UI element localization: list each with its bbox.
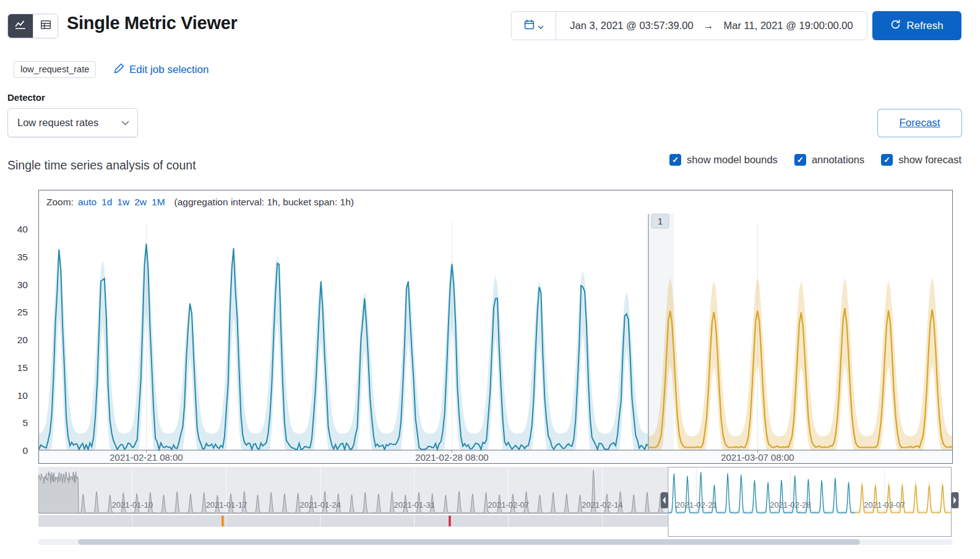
annotation-badge[interactable]: 1 [651, 214, 669, 228]
zoom-option-auto[interactable]: auto [78, 197, 97, 208]
annotations-checkbox[interactable]: ✓ [794, 154, 806, 166]
forecast-checkbox[interactable]: ✓ [881, 154, 893, 166]
context-x-axis-label: 2021-03-07 [864, 500, 905, 510]
checkbox-label: annotations [812, 154, 864, 166]
swimlane-anomaly-mark[interactable] [221, 516, 224, 526]
context-x-axis-label: 2021-02-14 [582, 500, 623, 510]
scrollbar-thumb[interactable] [78, 539, 860, 545]
calendar-icon [524, 19, 535, 32]
date-range-picker: Jan 3, 2021 @ 03:57:39.00 → Mar 11, 2021… [511, 11, 867, 40]
forecast-button[interactable]: Forecast [877, 109, 962, 137]
context-x-axis-label: 2021-01-17 [206, 500, 247, 510]
main-chart-panel: Zoom: auto1d1w2w1M (aggregation interval… [38, 190, 953, 464]
selection-handle-right[interactable] [952, 492, 959, 508]
detector-label: Detector [7, 92, 45, 103]
y-axis-label: 5 [2, 416, 28, 430]
refresh-label: Refresh [906, 20, 943, 32]
zoom-controls: Zoom: auto1d1w2w1M (aggregation interval… [39, 190, 952, 209]
zoom-option-1d[interactable]: 1d [101, 197, 112, 208]
start-date-button[interactable]: Jan 3, 2021 @ 03:57:39.00 [570, 20, 693, 32]
y-axis: 0510152025303540 [0, 210, 33, 465]
zoom-option-1w[interactable]: 1w [117, 197, 129, 208]
y-axis-label: 10 [2, 389, 28, 403]
selection-handle-left[interactable] [661, 492, 668, 508]
check-icon: ✓ [883, 155, 890, 164]
context-x-axis-label: 2021-01-10 [112, 500, 153, 510]
show-forecast-option: ✓ show forecast [881, 154, 961, 166]
context-swimlane [38, 515, 668, 527]
y-axis-label: 35 [2, 250, 28, 264]
job-badge: low_request_rate [14, 61, 96, 78]
main-time-series-chart[interactable]: 2021-02-21 08:002021-02-28 08:002021-03-… [39, 209, 952, 463]
table-icon [40, 19, 51, 33]
arrow-right-icon: → [703, 20, 714, 32]
x-axis-label: 2021-03-07 08:00 [721, 452, 794, 463]
checkbox-label: show model bounds [687, 154, 778, 166]
chevron-down-icon [121, 121, 129, 126]
line-chart-icon [15, 19, 26, 33]
zoom-links: auto1d1w2w1M [78, 197, 165, 208]
annotations-option: ✓ annotations [794, 154, 864, 166]
zoom-label: Zoom: [46, 197, 74, 208]
edit-link-label: Edit job selection [129, 64, 209, 76]
chart-options: ✓ show model bounds ✓ annotations ✓ show… [669, 154, 961, 166]
analysis-title: Single time series analysis of count [7, 158, 196, 173]
context-x-axis-label: 2021-01-24 [300, 500, 342, 510]
x-axis-label: 2021-02-21 08:00 [110, 452, 183, 463]
model-bounds-band [39, 244, 648, 450]
y-axis-label: 25 [2, 305, 28, 319]
view-toggle-group [7, 14, 58, 38]
date-range: Jan 3, 2021 @ 03:57:39.00 → Mar 11, 2021… [556, 12, 867, 40]
context-x-axis-label: 2021-02-07 [488, 500, 529, 510]
x-axis-label: 2021-02-28 08:00 [415, 452, 488, 463]
checkbox-label: show forecast [898, 154, 961, 166]
horizontal-scrollbar [38, 539, 953, 545]
aggregation-info: (aggregation interval: 1h, bucket span: … [174, 197, 354, 208]
single-metric-viewer-page: Single Metric Viewer Jan 3, 2021 @ 03:57… [0, 0, 980, 559]
page-title: Single Metric Viewer [67, 13, 238, 33]
context-x-axis-label: 2021-02-21 [676, 500, 717, 510]
refresh-button[interactable]: Refresh [872, 11, 961, 40]
y-axis-label: 30 [2, 278, 28, 292]
swimlane-anomaly-mark[interactable] [449, 516, 451, 526]
context-x-axis-label: 2021-01-31 [394, 500, 436, 510]
show-model-bounds-option: ✓ show model bounds [669, 154, 778, 166]
y-axis-label: 40 [2, 223, 28, 236]
context-chart[interactable]: 2021-01-102021-01-172021-01-242021-01-31… [38, 467, 960, 537]
detector-select[interactable]: Low request rates [7, 108, 138, 137]
svg-text:1: 1 [658, 216, 663, 226]
forecast-band [648, 277, 952, 450]
model-bounds-checkbox[interactable]: ✓ [669, 154, 681, 166]
context-x-axis-label: 2021-02-28 [770, 500, 811, 510]
end-date-button[interactable]: Mar 11, 2021 @ 19:00:00.00 [724, 20, 853, 32]
edit-job-selection-link[interactable]: Edit job selection [114, 63, 209, 77]
table-view-button[interactable] [33, 14, 58, 38]
refresh-icon [890, 19, 901, 33]
y-axis-label: 15 [2, 361, 28, 375]
detector-select-value: Low request rates [17, 117, 98, 129]
check-icon: ✓ [797, 155, 804, 164]
y-axis-label: 0 [2, 444, 28, 458]
pencil-icon [114, 63, 124, 77]
chevron-down-icon [538, 20, 544, 32]
datepicker-menu-button[interactable] [512, 12, 556, 40]
observed-series-line [39, 244, 648, 450]
zoom-option-1M[interactable]: 1M [152, 197, 165, 208]
y-axis-label: 20 [2, 333, 28, 347]
chart-view-button[interactable] [8, 14, 33, 38]
zoom-option-2w[interactable]: 2w [134, 197, 147, 208]
check-icon: ✓ [672, 155, 679, 164]
